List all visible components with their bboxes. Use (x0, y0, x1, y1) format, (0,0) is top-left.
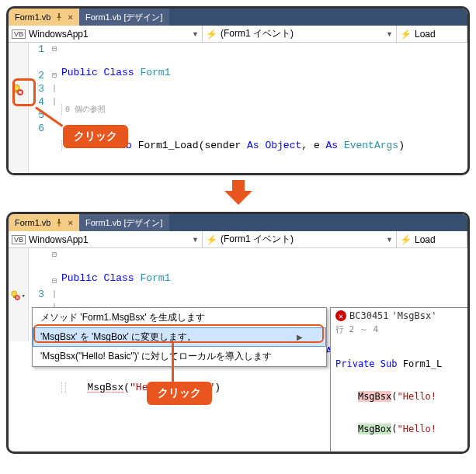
scope-dropdown[interactable]: ⚡ (Form1 イベント) ▼ (203, 231, 397, 247)
fold-gutter[interactable]: ⊟⊟ || (49, 43, 60, 175)
tab-form1-design[interactable]: Form1.vb [デザイン] (79, 214, 169, 231)
close-icon[interactable]: × (68, 12, 72, 22)
pin-icon[interactable] (55, 219, 63, 227)
glyph-margin: ▾ (9, 248, 29, 341)
member-dropdown[interactable]: ⚡ Load (397, 231, 467, 247)
project-dropdown[interactable]: VB WindowsApp1 ▼ (9, 26, 203, 42)
code-text[interactable]: Public Class Form1 0 個の参照 Private Sub Fo… (60, 43, 467, 175)
flow-arrow-icon (6, 178, 470, 209)
chevron-down-icon: ▼ (386, 30, 393, 38)
tab-label: Form1.vb [デザイン] (85, 12, 163, 23)
tab-label: Form1.vb [デザイン] (85, 217, 163, 229)
tab-bar: Form1.vb × Form1.vb [デザイン] (9, 9, 467, 26)
bolt-icon: ⚡ (206, 234, 217, 245)
editor-panel-after: Form1.vb × Form1.vb [デザイン] VB WindowsApp… (6, 212, 470, 454)
bolt-icon: ⚡ (206, 29, 217, 40)
project-name: WindowsApp1 (29, 29, 89, 40)
code-editor[interactable]: 1 2 3 4 5 6 ⊟⊟ || Public Class Form1 0 個… (9, 43, 467, 175)
nav-bar: VB WindowsApp1 ▼ ⚡ (Form1 イベント) ▼ ⚡ Load (9, 231, 467, 248)
tab-form1-vb[interactable]: Form1.vb × (9, 214, 79, 231)
error-icon: ✕ (335, 310, 346, 321)
tab-form1-design[interactable]: Form1.vb [デザイン] (79, 9, 169, 26)
project-name: WindowsApp1 (29, 234, 89, 245)
callout-label: クリック (63, 125, 128, 148)
error-code: BC30451 (349, 310, 389, 321)
tab-form1-vb[interactable]: Form1.vb × (9, 9, 79, 26)
close-icon[interactable]: × (68, 218, 72, 227)
project-dropdown[interactable]: VB WindowsApp1 ▼ (9, 231, 203, 247)
preview-error-header: ✕ BC30451 'MsgBsx' (331, 308, 469, 323)
scope-name: (Form1 イベント) (221, 233, 294, 246)
glyph-margin (9, 43, 29, 175)
chevron-right-icon: ▶ (297, 333, 303, 341)
pin-icon[interactable] (55, 13, 63, 21)
quick-actions-menu: メソッド 'Form1.MsgBsx' を生成します 'MsgBsx' を 'M… (32, 307, 327, 367)
chevron-down-icon: ▼ (192, 30, 199, 38)
chevron-down-icon: ▼ (192, 236, 199, 244)
tab-bar: Form1.vb × Form1.vb [デザイン] (9, 214, 467, 231)
member-dropdown[interactable]: ⚡ Load (397, 26, 467, 42)
error-msg: 'MsgBsx' (392, 310, 437, 321)
lightbulb-icon[interactable] (10, 82, 26, 98)
editor-panel-before: Form1.vb × Form1.vb [デザイン] VB WindowsApp… (6, 6, 470, 175)
bolt-icon: ⚡ (400, 234, 412, 245)
tab-label: Form1.vb (15, 12, 50, 22)
tab-label: Form1.vb (15, 218, 50, 227)
preview-range: 行 2 ～ 4 (331, 323, 469, 337)
member-name: Load (415, 29, 436, 40)
lightbulb-icon[interactable]: ▾ (10, 288, 26, 303)
qa-item-rename-msgbox[interactable]: 'MsgBsx' を 'MsgBox' に変更します。 ▶ (33, 327, 326, 347)
bolt-icon: ⚡ (400, 29, 412, 40)
qa-item-generate-method[interactable]: メソッド 'Form1.MsgBsx' を生成します (33, 308, 326, 327)
scope-dropdown[interactable]: ⚡ (Form1 イベント) ▼ (203, 26, 397, 42)
callout-connector (172, 343, 174, 382)
fix-preview-pane: ✕ BC30451 'MsgBsx' 行 2 ～ 4 Private Sub F… (330, 307, 470, 454)
member-name: Load (415, 234, 436, 245)
vb-icon: VB (12, 29, 26, 39)
qa-item-introduce-local[interactable]: 'MsgBsx("Hello! Basic")' に対してローカルを導入します (33, 347, 326, 366)
scope-name: (Form1 イベント) (221, 27, 294, 40)
callout-label: クリック (147, 382, 212, 405)
chevron-down-icon: ▼ (386, 236, 393, 244)
nav-bar: VB WindowsApp1 ▼ ⚡ (Form1 イベント) ▼ ⚡ Load (9, 26, 467, 43)
preview-code: Private Sub Form1_L MsgBsx("Hello! MsgBo… (331, 337, 469, 454)
vb-icon: VB (12, 235, 26, 244)
